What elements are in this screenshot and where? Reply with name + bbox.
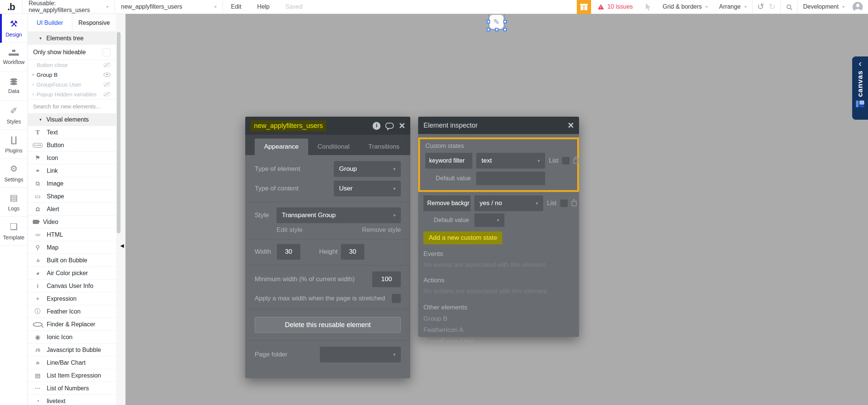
tab-transitions[interactable]: Transitions <box>359 139 409 155</box>
undo-icon[interactable]: ↺ <box>753 2 769 12</box>
visual-element-item[interactable]: i Canvas User Info <box>28 280 116 292</box>
sidebar-item[interactable]: ✐ Styles <box>0 101 28 130</box>
bubble-logo[interactable]: .b <box>0 2 22 12</box>
state-name-input[interactable]: Remove backgr <box>423 195 471 211</box>
expand-plus-icon[interactable]: + <box>32 72 37 78</box>
sidebar-item[interactable]: ∐ Plugins <box>0 130 28 159</box>
state-name-input[interactable]: keyword filter <box>425 153 472 169</box>
default-value-dropdown[interactable]: ▾ <box>474 213 504 227</box>
feather-icon-element[interactable]: ✎ <box>489 15 504 29</box>
tree-item[interactable]: + GroupFocus User <box>28 79 116 89</box>
visibility-eye-icon[interactable] <box>104 82 110 87</box>
list-checkbox[interactable] <box>562 157 570 164</box>
issues-button[interactable]: ! 10 issues <box>591 3 640 10</box>
visual-element-item[interactable]: ⧉ Image <box>28 177 116 190</box>
comment-icon[interactable] <box>385 123 394 129</box>
visual-element-item[interactable]: T Text <box>28 126 116 139</box>
gift-button[interactable] <box>577 0 591 14</box>
other-element-item[interactable]: FeatherIcon A <box>423 326 574 334</box>
help-menu[interactable]: Help <box>249 0 278 14</box>
visual-element-item[interactable]: ◔ livetext <box>28 395 116 405</box>
environment-selector[interactable]: Development ▾ <box>798 0 850 14</box>
visual-element-item[interactable]: Video <box>28 216 116 228</box>
property-editor-titlebar[interactable]: new_applyfilters_users i × <box>245 117 410 135</box>
reusable-page-selector[interactable]: Reusable: new_applyfilters_users ▾ <box>23 0 115 14</box>
visual-element-item[interactable]: ılı Line/Bar Chart <box>28 356 116 369</box>
visual-element-item[interactable]: ⚭ Link <box>28 164 116 177</box>
tree-item[interactable]: Button close <box>28 60 116 70</box>
visual-element-item[interactable]: + Expression <box>28 292 116 305</box>
remove-style-link[interactable]: Remove style <box>362 226 401 234</box>
visibility-eye-icon[interactable] <box>104 92 110 96</box>
redo-icon[interactable]: ↻ <box>769 2 780 12</box>
trash-icon[interactable] <box>572 201 577 206</box>
selection-handle-left[interactable] <box>487 20 490 23</box>
visual-element-item[interactable]: JS Javascript to Bubble <box>28 344 116 356</box>
page-folder-dropdown[interactable]: ▾ <box>320 347 401 362</box>
other-element-item[interactable]: GroupFocus User <box>423 338 574 345</box>
other-element-item[interactable]: Group B <box>423 315 574 323</box>
cursor-tool-icon[interactable] <box>645 3 652 11</box>
elements-tree-header[interactable]: ▼ Elements tree <box>28 32 116 45</box>
delete-reusable-button[interactable]: Delete this reusable element <box>255 317 401 333</box>
close-icon[interactable]: × <box>399 121 405 131</box>
visual-element-item[interactable]: ▤ List Item Expression <box>28 369 116 382</box>
tree-item[interactable]: + Popup Hidden variables <box>28 89 116 99</box>
state-type-dropdown[interactable]: text ▾ <box>476 153 545 169</box>
element-inspector-titlebar[interactable]: Element inspector × <box>418 117 579 134</box>
visual-element-item[interactable]: ◉ Ionic Icon <box>28 331 116 344</box>
visual-element-item[interactable]: Finder & Replacer <box>28 318 116 331</box>
visual-element-item[interactable]: .b Built on Bubble <box>28 254 116 267</box>
style-dropdown[interactable]: Transparent Group ▾ <box>277 207 401 223</box>
visual-element-item[interactable]: ⚲ Map <box>28 241 116 254</box>
list-checkbox[interactable] <box>560 199 568 207</box>
visual-element-item[interactable]: Ω Alert <box>28 203 116 216</box>
arrange-menu[interactable]: Arrange ▾ <box>714 0 752 14</box>
selection-handle-right[interactable] <box>503 20 507 23</box>
edit-menu[interactable]: Edit <box>223 0 249 14</box>
selection-handle-bottom-left[interactable] <box>487 28 490 31</box>
selection-handle-bottom-right[interactable] <box>503 28 507 31</box>
edit-style-link[interactable]: Edit style <box>277 226 303 234</box>
tab-appearance[interactable]: Appearance <box>255 139 308 155</box>
visibility-eye-icon[interactable] <box>104 63 110 67</box>
element-search-input[interactable]: Search for new elements... <box>28 99 116 113</box>
sidebar-item[interactable]: ⚙ Settings <box>0 159 28 188</box>
only-show-hideable-checkbox[interactable] <box>102 48 111 56</box>
visual-elements-header[interactable]: ▼ Visual elements <box>28 113 116 126</box>
visual-element-item[interactable]: ··· List of Numbers <box>28 382 116 395</box>
avatar[interactable] <box>853 2 863 12</box>
tab-ui-builder[interactable]: UI Builder <box>28 14 72 32</box>
sidebar-item[interactable]: ⚒ Design <box>0 14 28 43</box>
default-value-input[interactable] <box>476 172 545 185</box>
search-icon[interactable] <box>787 5 791 9</box>
sidebar-item[interactable]: ▤ Logs <box>0 188 28 217</box>
trash-icon[interactable] <box>573 158 579 164</box>
sidebar-item[interactable]: ❏ Template <box>0 217 28 246</box>
visual-element-item[interactable]: ⓘ Feather Icon <box>28 305 116 318</box>
tree-item[interactable]: + Group B <box>28 70 116 79</box>
height-input[interactable]: 30 <box>341 244 364 260</box>
min-width-input[interactable]: 100 <box>372 271 401 287</box>
add-custom-state-button[interactable]: Add a new custom state <box>423 231 502 244</box>
sidebar-item[interactable]: Workflow <box>0 43 28 72</box>
type-of-content-dropdown[interactable]: User ▾ <box>334 181 401 196</box>
width-input[interactable]: 30 <box>277 244 300 260</box>
panel-scrollbar[interactable] <box>116 14 125 405</box>
tab-conditional[interactable]: Conditional <box>308 139 359 155</box>
canvas-plugin-tab[interactable]: ‹ canvas <box>852 56 868 120</box>
expand-plus-icon[interactable]: + <box>32 82 37 87</box>
visual-element-item[interactable]: </> HTML <box>28 228 116 241</box>
visual-element-item[interactable]: ◕ Air Color picker <box>28 267 116 280</box>
collapse-panel-icon[interactable]: ◀ <box>120 243 124 248</box>
close-icon[interactable]: × <box>568 120 574 131</box>
visual-element-item[interactable]: CLICK Button <box>28 139 116 152</box>
state-type-dropdown[interactable]: yes / no ▾ <box>474 195 543 211</box>
type-of-element-dropdown[interactable]: Group ▾ <box>334 161 401 177</box>
selection-handle-bottom[interactable] <box>495 28 498 31</box>
info-icon[interactable]: i <box>373 122 381 130</box>
sidebar-item[interactable]: Data <box>0 72 28 101</box>
tab-responsive[interactable]: Responsive <box>72 14 116 32</box>
visual-element-item[interactable]: ⚑ Icon <box>28 152 116 164</box>
expand-plus-icon[interactable]: + <box>32 91 37 97</box>
